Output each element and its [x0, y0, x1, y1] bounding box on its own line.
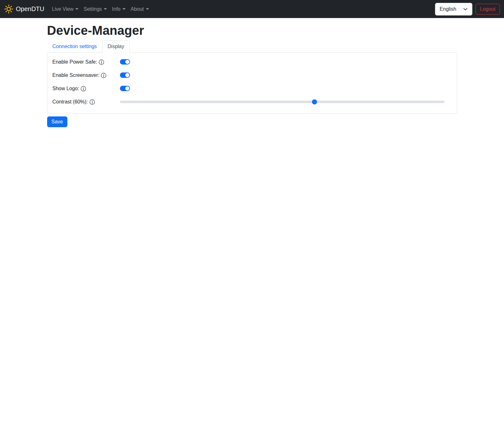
- navbar-left: OpenDTU Live View Settings Info About: [4, 4, 152, 15]
- settings-card: Enable Power Safe: Enable Screensaver: S…: [47, 52, 457, 114]
- info-icon[interactable]: [81, 86, 86, 91]
- info-icon[interactable]: [99, 59, 104, 65]
- chevron-down-icon: [463, 7, 468, 11]
- brand-link[interactable]: OpenDTU: [4, 4, 44, 14]
- nav-item-info[interactable]: Info: [112, 4, 126, 15]
- form-row: Enable Power Safe:: [53, 58, 452, 66]
- form-row: Enable Screensaver:: [53, 71, 452, 79]
- main-container: Device-Manager Connection settings Displ…: [43, 23, 461, 127]
- nav-item-live-view[interactable]: Live View: [52, 4, 78, 15]
- chevron-down-icon: [75, 8, 78, 10]
- nav-links: Live View Settings Info About: [49, 4, 152, 15]
- page-title: Device-Manager: [47, 23, 457, 38]
- chevron-down-icon: [104, 8, 107, 10]
- nav-item-about[interactable]: About: [131, 4, 149, 15]
- language-selected-label: English: [440, 6, 456, 12]
- sun-icon: [4, 4, 13, 14]
- contrast-slider[interactable]: [120, 99, 445, 104]
- navbar: OpenDTU Live View Settings Info About En…: [0, 0, 504, 18]
- chevron-down-icon: [122, 8, 126, 10]
- field-label: Enable Power Safe:: [53, 59, 97, 65]
- language-select[interactable]: English: [435, 3, 472, 16]
- brand-label: OpenDTU: [16, 5, 44, 13]
- save-button[interactable]: Save: [47, 116, 67, 127]
- field-label: Enable Screensaver:: [53, 72, 100, 78]
- tab-bar: Connection settings Display: [47, 41, 457, 52]
- form-row: Contrast (60%):: [53, 98, 452, 106]
- navbar-right: English Logout: [435, 3, 500, 16]
- info-icon[interactable]: [101, 73, 106, 78]
- tab-display[interactable]: Display: [102, 41, 129, 53]
- tab-connection-settings[interactable]: Connection settings: [47, 41, 103, 53]
- field-label: Show Logo:: [53, 86, 79, 91]
- info-icon[interactable]: [90, 99, 95, 105]
- toggle-switch[interactable]: [120, 59, 130, 65]
- slider-thumb[interactable]: [312, 99, 317, 104]
- form-row: Show Logo:: [53, 84, 452, 92]
- nav-item-settings[interactable]: Settings: [84, 4, 107, 15]
- field-label: Contrast (60%):: [53, 99, 88, 105]
- toggle-switch[interactable]: [120, 72, 130, 78]
- chevron-down-icon: [146, 8, 149, 10]
- toggle-switch[interactable]: [120, 86, 130, 91]
- logout-button[interactable]: Logout: [476, 4, 500, 15]
